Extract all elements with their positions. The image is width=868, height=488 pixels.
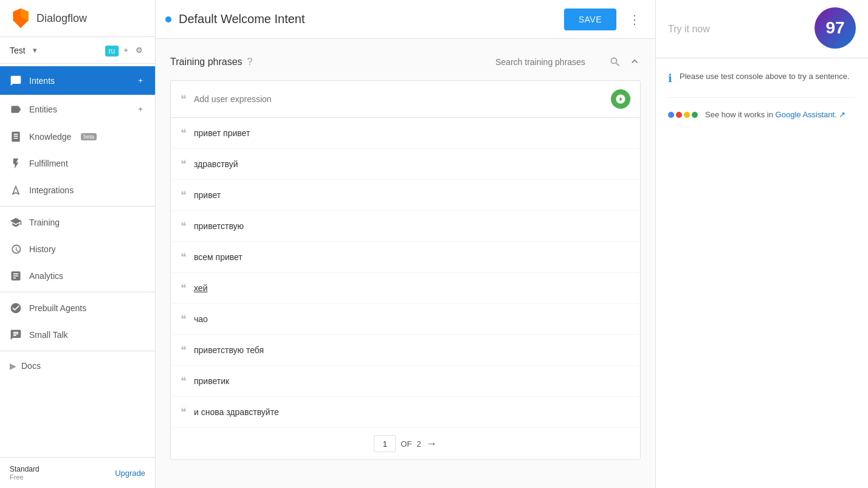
book-icon [10,131,22,143]
ga-link[interactable]: Google Assistant. ↗ [776,110,846,119]
collapse-btn[interactable] [629,55,641,69]
logo-text: Dialogflow [36,12,87,25]
phrase-text: приветствую тебя [194,345,264,355]
avatar-circle: 97 [815,7,856,49]
sidebar-item-intents[interactable]: Intents + [0,66,155,95]
plan-sub: Free [10,473,40,481]
chart-icon [10,270,22,282]
status-dot [165,16,171,22]
quote-icon: ❝ [181,188,187,202]
sidebar-item-label-docs: Docs [21,361,41,371]
sidebar-item-entities[interactable]: Entities + [0,95,155,123]
phrase-row[interactable]: ❝ привет [171,180,640,211]
quote-icon: ❝ [181,312,187,326]
sidebar-nav: Intents + Entities + Knowledge beta Fulf… [0,64,155,380]
search-input[interactable] [495,57,602,67]
quote-icon: ❝ [181,157,187,171]
add-intent-btn[interactable]: + [136,74,145,88]
right-panel-body: ℹ Please use test console above to try a… [656,58,868,488]
page-title: Default Welcome Intent [179,12,557,26]
ga-description: See how it works in Google Assistant. ↗ [705,110,846,119]
search-btn[interactable] [607,53,624,70]
help-icon[interactable]: ? [247,57,253,67]
add-expression-input[interactable] [194,94,604,104]
google-assistant-btn[interactable] [611,89,630,109]
quote-icon: ❝ [181,92,187,106]
sidebar-item-analytics[interactable]: Analytics [0,263,155,289]
phrase-row[interactable]: ❝ чао [171,304,640,335]
ga-dot-yellow [684,112,690,118]
add-entity-btn[interactable]: + [136,102,145,116]
grid-icon [10,184,22,196]
page-input[interactable] [374,435,396,452]
school-icon [10,216,22,229]
agent-row: Test ▾ ru + ⚙ [0,37,155,64]
sidebar-item-training[interactable]: Training [0,209,155,236]
sidebar-item-smalltalk[interactable]: Small Talk [0,321,155,348]
sidebar-item-prebuilt[interactable]: Prebuilt Agents [0,295,155,321]
phrase-row[interactable]: ❝ приветствую тебя [171,335,640,366]
phrase-row[interactable]: ❝ всем привет [171,242,640,273]
avatar-number: 97 [825,18,844,38]
quote-icon: ❝ [181,374,187,388]
phrase-row[interactable]: ❝ здравствуй [171,149,640,180]
sidebar-item-label-fulfillment: Fulfillment [29,159,68,168]
quote-icon: ❝ [181,281,187,295]
sidebar-item-history[interactable]: History [0,236,155,263]
page-total: 2 [416,439,421,448]
section-actions [495,53,641,70]
quote-icon: ❝ [181,343,187,357]
info-text: Please use test console above to try a s… [680,70,850,83]
phrase-text: и снова здравствуйте [194,407,279,417]
sidebar-item-knowledge[interactable]: Knowledge beta [0,123,155,150]
phrase-text: привет [194,190,221,200]
sidebar-item-fulfillment[interactable]: Fulfillment [0,150,155,177]
page-next-btn[interactable]: → [426,438,437,450]
chat-icon [10,75,22,87]
phrase-text: привет привет [194,128,250,138]
content-area: Training phrases ? ❝ [156,39,655,488]
clock-icon [10,243,22,255]
phrase-text: всем привет [194,252,243,262]
tag-icon [10,103,22,115]
phrase-text: чао [194,314,208,324]
phrase-row[interactable]: ❝ и снова здравствуйте [171,397,640,428]
beta-badge: beta [81,133,97,140]
dialogflow-logo [10,7,32,29]
add-expression-row[interactable]: ❝ [171,81,640,118]
quote-icon: ❝ [181,405,187,419]
upgrade-link[interactable]: Upgrade [115,469,145,478]
save-button[interactable]: SAVE [564,9,616,30]
phrase-text: приветствую [194,221,244,231]
ga-row: See how it works in Google Assistant. ↗ [668,110,856,119]
plan-label: Standard [10,465,40,473]
settings-btn[interactable]: ⚙ [133,43,145,57]
main-content: Default Welcome Intent SAVE ⋮ Training p… [156,0,655,488]
agent-icon [10,302,22,314]
sidebar-item-label-entities: Entities [29,105,57,114]
sidebar-header: Dialogflow [0,0,155,37]
phrase-row[interactable]: ❝ приветствую [171,211,640,242]
sidebar-item-integrations[interactable]: Integrations [0,177,155,204]
try-it-text: Try it now [668,24,710,35]
add-lang-btn[interactable]: + [121,43,131,57]
ga-dot-green [692,112,698,118]
section-header: Training phrases ? [170,53,641,70]
quote-icon: ❝ [181,250,187,264]
more-options-btn[interactable]: ⋮ [624,10,646,29]
sidebar-item-label-smalltalk: Small Talk [29,330,68,340]
phrase-row[interactable]: ❝ привет привет [171,118,640,149]
phrase-row[interactable]: ❝ приветик [171,366,640,397]
sidebar-item-label-intents: Intents [29,76,55,86]
sidebar-footer: Standard Free Upgrade [0,457,155,488]
sidebar-item-docs[interactable]: ▶ Docs [0,354,155,378]
bolt-icon [10,157,22,170]
sidebar-item-label-integrations: Integrations [29,185,74,195]
phrase-row[interactable]: ❝ хей [171,273,640,304]
sidebar-item-label-training: Training [29,218,60,227]
agent-dropdown-btn[interactable]: ▾ [30,43,40,57]
ga-dot-red [676,112,682,118]
topbar: Default Welcome Intent SAVE ⋮ [156,0,655,39]
divider-1 [0,206,155,207]
try-it-bar: Try it now 97 [656,0,868,58]
